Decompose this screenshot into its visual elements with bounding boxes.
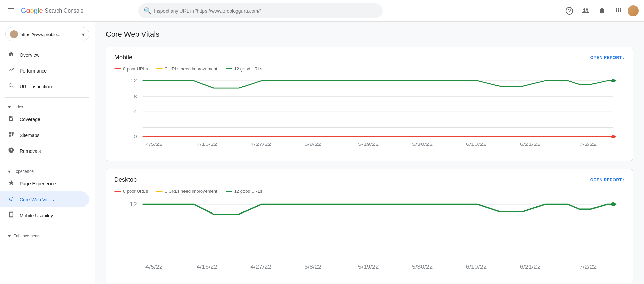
enhancements-section-label: Enhancements xyxy=(13,234,40,238)
avatar[interactable] xyxy=(628,5,639,16)
needs-improvement-line-icon xyxy=(156,68,163,69)
mobile-good-label: 12 good URLs xyxy=(234,66,262,72)
svg-text:4/16/22: 4/16/22 xyxy=(196,264,217,270)
desktop-open-report-link[interactable]: OPEN REPORT › xyxy=(590,178,625,182)
svg-text:4: 4 xyxy=(134,110,137,114)
mobile-needs-improvement-label: 0 URLs need improvement xyxy=(165,66,217,72)
index-section-header[interactable]: ▾ Index xyxy=(0,100,95,111)
desktop-legend: 0 poor URLs 0 URLs need improvement 12 g… xyxy=(106,189,633,199)
svg-text:6/10/22: 6/10/22 xyxy=(466,142,487,147)
desktop-legend-needs-improvement: 0 URLs need improvement xyxy=(156,189,217,194)
sidebar-item-mobile-usability[interactable]: Mobile Usability xyxy=(0,207,89,223)
search-input[interactable] xyxy=(154,8,377,14)
svg-text:4/16/22: 4/16/22 xyxy=(196,142,217,147)
index-chevron-icon: ▾ xyxy=(8,104,11,110)
chevron-down-icon: ▾ xyxy=(82,31,85,38)
desktop-card: Desktop OPEN REPORT › 0 poor URLs 0 URLs… xyxy=(106,169,633,283)
enhancements-section-header[interactable]: ▾ Enhancements xyxy=(0,229,95,240)
svg-text:5/30/22: 5/30/22 xyxy=(412,264,433,270)
mobile-usability-icon xyxy=(8,211,14,219)
svg-text:5/8/22: 5/8/22 xyxy=(304,142,321,147)
search-icon: 🔍 xyxy=(144,7,151,15)
site-url: https://www.problo... xyxy=(21,32,79,37)
sidebar-item-coverage[interactable]: Coverage xyxy=(0,111,89,127)
svg-text:7/2/22: 7/2/22 xyxy=(579,264,597,270)
experience-chevron-icon: ▾ xyxy=(8,169,11,174)
svg-text:8: 8 xyxy=(134,94,137,99)
sidebar-item-removals-label: Removals xyxy=(20,148,41,154)
desktop-needs-improvement-label: 0 URLs need improvement xyxy=(165,189,217,194)
svg-text:7/2/22: 7/2/22 xyxy=(579,142,597,147)
desktop-open-report-arrow-icon: › xyxy=(623,178,625,182)
sidebar-item-url-inspection-label: URL inspection xyxy=(20,84,52,89)
site-avatar xyxy=(10,30,18,38)
topbar-icons xyxy=(563,4,639,18)
removals-icon xyxy=(8,147,14,155)
manage-accounts-button[interactable] xyxy=(579,4,592,18)
sidebar-item-sitemaps-label: Sitemaps xyxy=(20,133,39,138)
mobile-legend-needs-improvement: 0 URLs need improvement xyxy=(156,66,217,72)
sidebar-item-page-experience[interactable]: Page Experience xyxy=(0,176,89,191)
svg-point-11 xyxy=(611,79,616,82)
coverage-icon xyxy=(8,115,14,123)
desktop-chart: 12 4/5/22 4/16/22 4/27/22 5/8/22 5/19/22… xyxy=(114,199,625,274)
desktop-chart-container: 12 4/5/22 4/16/22 4/27/22 5/8/22 5/19/22… xyxy=(106,199,633,283)
sidebar-item-sitemaps[interactable]: Sitemaps xyxy=(0,127,89,143)
mobile-card: Mobile OPEN REPORT › 0 poor URLs 0 URLs … xyxy=(106,47,633,161)
desktop-card-header: Desktop OPEN REPORT › xyxy=(106,169,633,189)
svg-text:5/19/22: 5/19/22 xyxy=(358,142,379,147)
experience-section-header[interactable]: ▾ Experience xyxy=(0,165,95,176)
sidebar-item-removals[interactable]: Removals xyxy=(0,143,89,159)
mobile-chart: 12 8 4 0 4/5/22 4/16/22 4/27/22 xyxy=(114,77,625,151)
page-title: Core Web Vitals xyxy=(106,30,633,39)
mobile-card-header: Mobile OPEN REPORT › xyxy=(106,47,633,66)
svg-text:6/21/22: 6/21/22 xyxy=(520,142,541,147)
sidebar-item-performance-label: Performance xyxy=(20,68,47,74)
topbar-left: Google Search Console xyxy=(5,6,134,16)
svg-text:5/30/22: 5/30/22 xyxy=(412,142,433,147)
svg-text:0: 0 xyxy=(134,135,137,139)
sidebar-item-page-experience-label: Page Experience xyxy=(20,181,56,186)
svg-text:12: 12 xyxy=(130,79,137,83)
poor-line-icon xyxy=(114,68,121,69)
svg-point-27 xyxy=(611,202,616,206)
sidebar-item-core-web-vitals[interactable]: Core Web Vitals xyxy=(0,191,89,207)
index-section-label: Index xyxy=(13,105,23,109)
notifications-button[interactable] xyxy=(595,4,609,18)
site-selector[interactable]: https://www.problo... ▾ xyxy=(5,27,89,41)
sidebar-item-overview[interactable]: Overview xyxy=(0,47,89,63)
layout: https://www.problo... ▾ Overview Perform… xyxy=(0,22,644,284)
svg-point-12 xyxy=(611,135,616,138)
desktop-legend-good: 12 good URLs xyxy=(226,189,262,194)
home-icon xyxy=(8,51,14,59)
url-inspection-icon xyxy=(8,83,14,90)
core-web-vitals-icon xyxy=(8,196,14,203)
mobile-legend-poor: 0 poor URLs xyxy=(114,66,148,72)
desktop-card-title: Desktop xyxy=(114,176,137,183)
sidebar-item-overview-label: Overview xyxy=(20,52,39,58)
page-experience-icon xyxy=(8,180,14,187)
sidebar-item-mobile-usability-label: Mobile Usability xyxy=(20,213,53,218)
mobile-card-title: Mobile xyxy=(114,54,132,61)
sidebar-item-performance[interactable]: Performance xyxy=(0,63,89,79)
mobile-open-report-link[interactable]: OPEN REPORT › xyxy=(590,55,625,60)
svg-text:4/27/22: 4/27/22 xyxy=(250,264,271,270)
svg-text:6/10/22: 6/10/22 xyxy=(466,264,487,270)
svg-text:4/27/22: 4/27/22 xyxy=(250,142,271,147)
divider-3 xyxy=(5,226,89,226)
svg-text:6/21/22: 6/21/22 xyxy=(520,264,541,270)
svg-text:5/19/22: 5/19/22 xyxy=(358,264,379,270)
mobile-open-report-label: OPEN REPORT xyxy=(590,55,622,60)
desktop-good-label: 12 good URLs xyxy=(234,189,262,194)
mobile-open-report-arrow-icon: › xyxy=(623,55,625,60)
sidebar: https://www.problo... ▾ Overview Perform… xyxy=(0,22,95,284)
hamburger-menu[interactable] xyxy=(5,6,17,16)
sidebar-item-core-web-vitals-label: Core Web Vitals xyxy=(20,197,54,202)
mobile-chart-container: 12 8 4 0 4/5/22 4/16/22 4/27/22 xyxy=(106,77,633,161)
apps-button[interactable] xyxy=(611,4,625,18)
help-button[interactable] xyxy=(563,4,576,18)
experience-section-label: Experience xyxy=(13,169,34,174)
sidebar-item-url-inspection[interactable]: URL inspection xyxy=(0,79,89,95)
svg-text:12: 12 xyxy=(130,201,137,208)
main-content: Core Web Vitals Mobile OPEN REPORT › 0 p… xyxy=(95,22,644,284)
